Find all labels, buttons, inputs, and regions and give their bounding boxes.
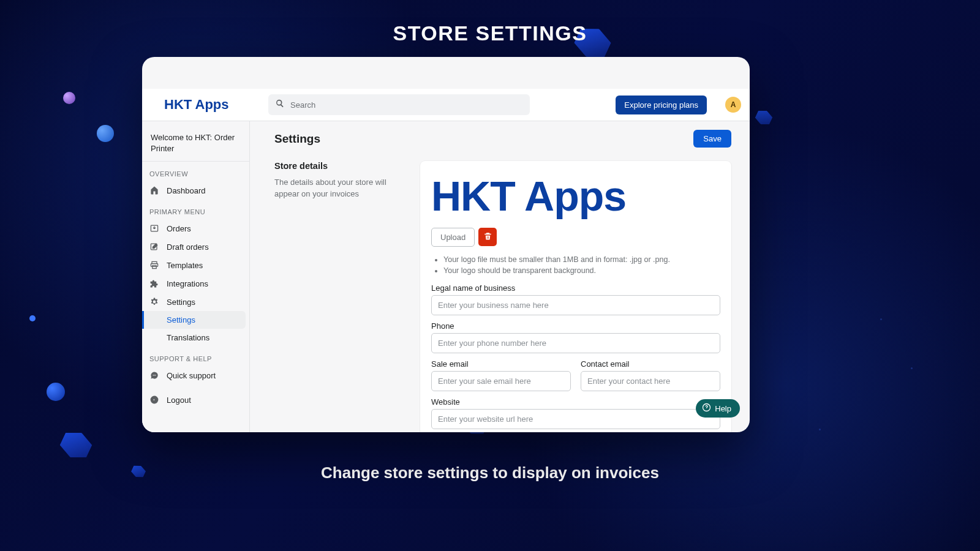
legal-name-label: Legal name of business: [431, 283, 720, 293]
contact-email-input[interactable]: [581, 371, 720, 391]
page-title: Settings: [274, 132, 320, 146]
help-button[interactable]: Help: [696, 399, 740, 418]
sidebar-item-quick-support[interactable]: Quick support: [142, 366, 249, 384]
pricing-button[interactable]: Explore pricing plans: [616, 96, 707, 114]
help-icon: [702, 403, 711, 414]
sidebar-item-label: Integrations: [167, 279, 208, 288]
save-button[interactable]: Save: [693, 130, 731, 148]
sidebar-item-label: Dashboard: [167, 186, 206, 195]
legal-name-input[interactable]: [431, 295, 720, 315]
contact-email-label: Contact email: [581, 359, 720, 369]
hint-text: Your logo should be transparent backgrou…: [443, 266, 720, 275]
promo-title: STORE SETTINGS: [0, 21, 980, 45]
svg-rect-3: [151, 264, 157, 267]
decor-cube: [753, 108, 774, 128]
topbar: HKT Apps Explore pricing plans A: [142, 89, 750, 121]
sale-email-label: Sale email: [431, 359, 571, 369]
promo-caption: Change store settings to display on invo…: [0, 463, 980, 482]
search-box[interactable]: [268, 94, 530, 115]
avatar[interactable]: A: [725, 97, 741, 113]
svg-rect-4: [153, 266, 156, 269]
store-details-card: HKT Apps Upload Your logo file must be s…: [420, 161, 731, 432]
sidebar-item-label: Logout: [167, 395, 191, 405]
sidebar-item-orders[interactable]: Orders: [142, 219, 249, 238]
sidebar-sub-settings[interactable]: Settings: [142, 311, 246, 329]
sidebar-item-label: Quick support: [167, 371, 216, 380]
search-input[interactable]: [285, 100, 524, 110]
website-label: Website: [431, 397, 720, 407]
sidebar-item-label: Orders: [167, 224, 191, 233]
upload-button[interactable]: Upload: [431, 228, 475, 247]
printer-icon: [149, 260, 159, 270]
decor-cube: [57, 427, 95, 463]
phone-label: Phone: [431, 321, 720, 331]
logo-preview: HKT Apps: [431, 170, 720, 228]
inbox-icon: [149, 223, 159, 233]
lead-description: The details about your store will appear…: [274, 177, 403, 200]
chat-icon: [149, 370, 159, 380]
sidebar-item-label: Settings: [167, 315, 195, 324]
sidebar-item-label: Templates: [167, 261, 203, 270]
main-content: Settings Save Store details The details …: [250, 121, 750, 432]
home-icon: [149, 186, 159, 195]
hint-text: Your logo file must be smaller than 1MB …: [443, 255, 720, 264]
sidebar-sub-translations[interactable]: Translations: [142, 329, 249, 347]
puzzle-icon: [149, 279, 159, 288]
sidebar-item-logout[interactable]: Logout: [142, 391, 249, 409]
website-input[interactable]: [431, 409, 720, 429]
sidebar-item-settings[interactable]: Settings: [142, 293, 249, 311]
decor-orb: [29, 315, 36, 321]
sidebar-item-label: Translations: [167, 333, 209, 342]
phone-input[interactable]: [431, 333, 720, 353]
delete-logo-button[interactable]: [478, 228, 497, 246]
section-primary: PRIMARY MENU: [142, 200, 249, 219]
section-support: SUPPORT & HELP: [142, 347, 249, 366]
search-icon: [274, 98, 285, 111]
edit-icon: [149, 242, 159, 252]
sidebar: Welcome to HKT: Order Printer OVERVIEW D…: [142, 121, 250, 432]
brand-logo: HKT Apps: [164, 97, 268, 113]
sidebar-item-integrations[interactable]: Integrations: [142, 274, 249, 293]
section-lead: Store details The details about your sto…: [274, 161, 403, 432]
trash-icon: [483, 231, 492, 242]
sale-email-input[interactable]: [431, 371, 571, 391]
help-label: Help: [715, 404, 731, 413]
decor-orb: [47, 383, 65, 401]
welcome-text: Welcome to HKT: Order Printer: [142, 127, 249, 162]
section-overview: OVERVIEW: [142, 162, 249, 181]
sidebar-item-label: Settings: [167, 298, 195, 307]
sidebar-item-draft-orders[interactable]: Draft orders: [142, 238, 249, 256]
sidebar-item-dashboard[interactable]: Dashboard: [142, 181, 249, 200]
sidebar-item-templates[interactable]: Templates: [142, 256, 249, 274]
decor-orb: [97, 125, 114, 142]
gear-icon: [149, 297, 159, 307]
logout-icon: [149, 395, 159, 405]
app-window: HKT Apps Explore pricing plans A Welcome…: [142, 57, 750, 432]
lead-title: Store details: [274, 161, 403, 171]
sidebar-item-label: Draft orders: [167, 242, 209, 252]
decor-orb: [63, 92, 75, 104]
